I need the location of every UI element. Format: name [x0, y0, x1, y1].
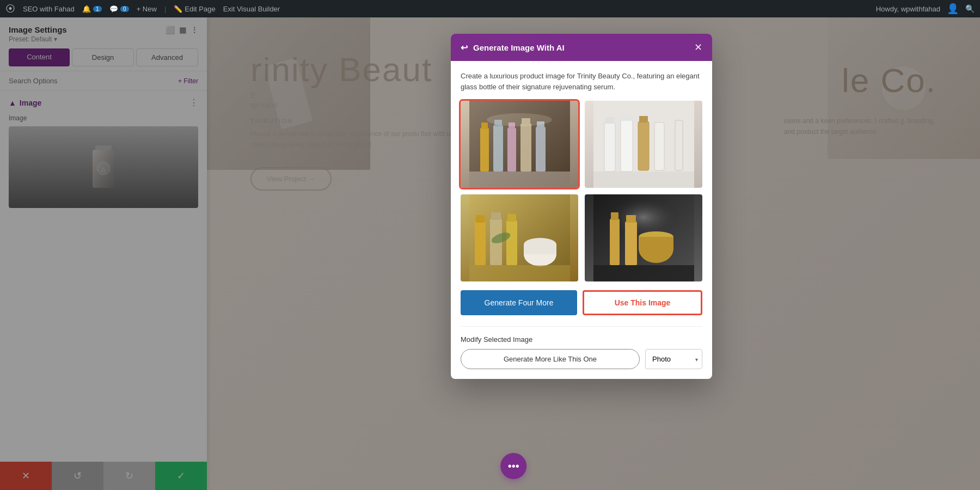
- notifications[interactable]: 🔔 1: [82, 5, 102, 13]
- svg-rect-42: [611, 212, 618, 220]
- admin-bar: ⦿ SEO with Fahad 🔔 1 💬 0 + New | ✏️ Edit…: [0, 0, 980, 17]
- admin-search-icon[interactable]: 🔍: [965, 4, 975, 13]
- svg-rect-13: [536, 127, 546, 171]
- ai-modal: ↩ Generate Image With AI ✕ Create a luxu…: [451, 34, 712, 379]
- svg-rect-26: [593, 171, 694, 188]
- exit-builder[interactable]: Exit Visual Builder: [223, 5, 280, 13]
- floating-dots-btn[interactable]: •••: [500, 453, 526, 479]
- modal-close-btn[interactable]: ✕: [694, 41, 702, 53]
- user-avatar: 👤: [947, 3, 959, 15]
- edit-page[interactable]: ✏️ Edit Page: [174, 5, 215, 13]
- wp-logo[interactable]: ⦿: [5, 3, 15, 15]
- generate-four-more-btn[interactable]: Generate Four More: [461, 290, 577, 315]
- site-name[interactable]: SEO with Fahad: [23, 5, 75, 13]
- svg-rect-16: [469, 171, 570, 188]
- svg-rect-20: [621, 120, 633, 171]
- modal-header: ↩ Generate Image With AI ✕: [451, 34, 712, 61]
- svg-rect-23: [639, 116, 648, 122]
- svg-rect-31: [491, 212, 501, 220]
- svg-rect-24: [654, 122, 664, 170]
- svg-rect-41: [610, 219, 620, 265]
- image-grid: [461, 101, 702, 281]
- svg-rect-49: [593, 265, 694, 281]
- image-option-4[interactable]: [585, 194, 702, 281]
- svg-point-15: [487, 113, 552, 126]
- image-preview-2: [585, 101, 702, 188]
- svg-rect-33: [507, 214, 516, 222]
- svg-rect-19: [605, 117, 614, 124]
- svg-rect-22: [638, 121, 649, 170]
- image-preview-1: [461, 101, 578, 188]
- modal-description: Create a luxurious product image for Tri…: [461, 71, 702, 92]
- page-background: rinity Beaut E ign Lead TRIBUTION Played…: [0, 17, 980, 490]
- image-option-3[interactable]: [461, 194, 578, 281]
- svg-rect-32: [506, 220, 517, 265]
- svg-rect-21: [622, 114, 632, 121]
- svg-rect-9: [507, 128, 516, 171]
- image-preview-3: [461, 194, 578, 281]
- style-select[interactable]: Photo Digital Art Illustration 3D Render: [645, 349, 702, 369]
- beauty-bottles-svg-1: [469, 101, 570, 188]
- svg-rect-7: [493, 125, 503, 171]
- svg-rect-36: [524, 244, 556, 254]
- svg-rect-44: [626, 215, 636, 223]
- modal-actions: Generate Four More Use This Image: [461, 290, 702, 315]
- new-post[interactable]: + New: [137, 5, 157, 13]
- user-greeting: Howdy, wpwithfahad: [876, 5, 940, 13]
- beauty-bottles-svg-2: [593, 101, 694, 188]
- modify-label: Modify Selected Image: [461, 335, 702, 344]
- svg-rect-28: [475, 222, 486, 265]
- style-select-wrapper: Photo Digital Art Illustration 3D Render…: [645, 349, 702, 369]
- svg-rect-43: [625, 222, 637, 265]
- svg-rect-48: [639, 237, 673, 249]
- generate-more-like-btn[interactable]: Generate More Like This One: [461, 349, 640, 369]
- svg-rect-37: [469, 265, 570, 281]
- image-option-2[interactable]: [585, 101, 702, 188]
- svg-rect-25: [675, 120, 683, 170]
- modal-title: Generate Image With AI: [473, 43, 565, 52]
- modify-row: Generate More Like This One Photo Digita…: [461, 349, 702, 369]
- svg-rect-11: [520, 124, 531, 171]
- modify-section: Modify Selected Image Generate More Like…: [461, 326, 702, 369]
- modal-body: Create a luxurious product image for Tri…: [451, 61, 712, 379]
- use-this-image-btn[interactable]: Use This Image: [583, 290, 702, 315]
- image-preview-4: [585, 194, 702, 281]
- image-option-1[interactable]: [461, 101, 578, 188]
- svg-rect-29: [476, 215, 485, 223]
- modal-title-row: ↩ Generate Image With AI: [461, 42, 565, 53]
- beauty-bottles-svg-3: [469, 194, 570, 281]
- svg-rect-5: [480, 128, 489, 171]
- svg-rect-6: [481, 122, 488, 129]
- svg-rect-18: [604, 122, 615, 171]
- back-icon[interactable]: ↩: [461, 42, 468, 53]
- comments[interactable]: 💬 0: [109, 5, 129, 13]
- beauty-bottles-svg-4: [593, 194, 694, 281]
